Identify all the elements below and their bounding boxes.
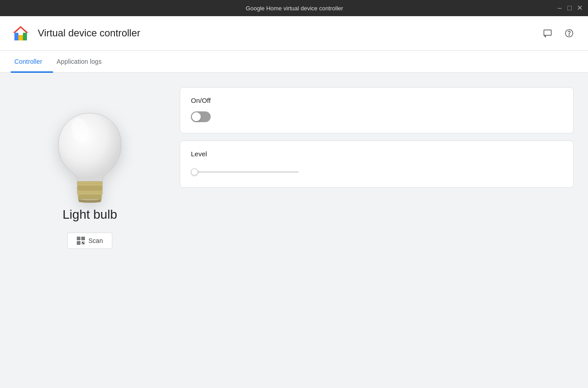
svg-marker-0 — [13, 26, 28, 33]
svg-rect-4 — [544, 30, 552, 35]
on-off-toggle[interactable] — [191, 111, 211, 122]
svg-rect-8 — [77, 181, 102, 186]
svg-rect-11 — [78, 195, 102, 199]
tab-application-logs[interactable]: Application logs — [53, 51, 112, 73]
help-button[interactable] — [561, 25, 577, 41]
main-content: Light bulb Scan — [0, 73, 588, 388]
svg-rect-3 — [18, 35, 23, 40]
help-icon — [564, 28, 574, 38]
svg-rect-24 — [82, 243, 83, 244]
on-off-card: On/Off — [180, 87, 574, 133]
svg-rect-19 — [83, 238, 84, 239]
header-right — [539, 25, 577, 41]
qr-code-icon — [77, 237, 85, 245]
header-left: Virtual device controller — [11, 23, 140, 43]
minimize-button[interactable]: – — [557, 5, 563, 11]
on-off-label: On/Off — [191, 97, 562, 104]
svg-rect-2 — [23, 33, 27, 40]
scan-button-label: Scan — [88, 237, 103, 244]
level-label: Level — [191, 150, 562, 158]
svg-rect-21 — [78, 242, 80, 244]
svg-rect-9 — [77, 186, 102, 190]
scan-button[interactable]: Scan — [67, 233, 112, 249]
toggle-thumb — [192, 112, 201, 121]
device-image — [40, 100, 139, 207]
maximize-button[interactable]: □ — [566, 5, 573, 11]
close-button[interactable]: ✕ — [576, 5, 583, 11]
level-slider-container — [191, 165, 562, 176]
tab-controller[interactable]: Controller — [11, 51, 53, 73]
app-header: Virtual device controller — [0, 16, 588, 51]
main-window: Virtual device controller Controller — [0, 16, 588, 388]
svg-rect-1 — [14, 33, 18, 40]
google-home-logo — [11, 23, 31, 43]
feedback-icon — [543, 28, 553, 38]
svg-point-6 — [569, 35, 569, 35]
svg-rect-10 — [77, 190, 102, 195]
left-panel: Light bulb Scan — [0, 73, 180, 388]
level-slider[interactable] — [191, 171, 299, 173]
feedback-button[interactable] — [539, 25, 556, 41]
svg-rect-17 — [78, 238, 80, 239]
title-bar: Google Home virtual device controller – … — [0, 0, 588, 16]
level-card: Level — [180, 141, 574, 188]
svg-rect-22 — [82, 242, 83, 243]
svg-rect-25 — [83, 243, 84, 244]
title-bar-title: Google Home virtual device controller — [32, 5, 557, 12]
svg-rect-23 — [84, 242, 84, 242]
right-panel: On/Off Level — [180, 73, 588, 388]
device-name: Light bulb — [62, 207, 117, 222]
app-title: Virtual device controller — [38, 27, 140, 39]
tabs-container: Controller Application logs — [0, 51, 588, 73]
title-bar-controls: – □ ✕ — [557, 5, 583, 11]
